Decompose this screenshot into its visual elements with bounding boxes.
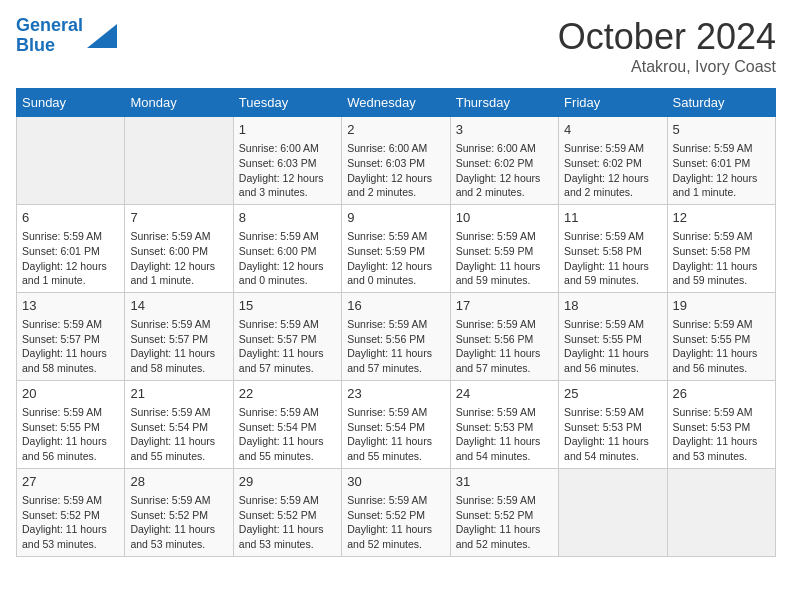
calendar-cell — [125, 117, 233, 205]
calendar-cell: 17Sunrise: 5:59 AMSunset: 5:56 PMDayligh… — [450, 292, 558, 380]
cell-info-line: Sunset: 5:55 PM — [673, 332, 770, 347]
cell-info-line: Daylight: 11 hours and 58 minutes. — [130, 346, 227, 375]
cell-info-line: Sunset: 5:54 PM — [347, 420, 444, 435]
cell-info-line: Sunset: 6:02 PM — [456, 156, 553, 171]
day-number: 30 — [347, 473, 444, 491]
header-day-monday: Monday — [125, 89, 233, 117]
month-title: October 2024 — [558, 16, 776, 58]
day-number: 1 — [239, 121, 336, 139]
cell-info-line: Sunset: 5:52 PM — [347, 508, 444, 523]
cell-info-line: Sunrise: 5:59 AM — [564, 141, 661, 156]
calendar-cell: 5Sunrise: 5:59 AMSunset: 6:01 PMDaylight… — [667, 117, 775, 205]
calendar-cell: 31Sunrise: 5:59 AMSunset: 5:52 PMDayligh… — [450, 468, 558, 556]
day-number: 19 — [673, 297, 770, 315]
title-block: October 2024 Atakrou, Ivory Coast — [558, 16, 776, 76]
cell-info-line: Sunset: 5:59 PM — [456, 244, 553, 259]
cell-info-line: Sunrise: 5:59 AM — [673, 317, 770, 332]
cell-info-line: Daylight: 11 hours and 59 minutes. — [456, 259, 553, 288]
cell-info-line: Daylight: 11 hours and 57 minutes. — [347, 346, 444, 375]
cell-info-line: Sunrise: 5:59 AM — [673, 229, 770, 244]
logo: General Blue — [16, 16, 117, 56]
cell-info-line: Daylight: 11 hours and 54 minutes. — [564, 434, 661, 463]
header-day-saturday: Saturday — [667, 89, 775, 117]
header-row: SundayMondayTuesdayWednesdayThursdayFrid… — [17, 89, 776, 117]
cell-info-line: Sunset: 6:01 PM — [673, 156, 770, 171]
calendar-cell: 10Sunrise: 5:59 AMSunset: 5:59 PMDayligh… — [450, 204, 558, 292]
cell-info-line: Sunrise: 5:59 AM — [456, 493, 553, 508]
cell-info-line: Daylight: 12 hours and 2 minutes. — [456, 171, 553, 200]
cell-info-line: Sunset: 5:55 PM — [22, 420, 119, 435]
cell-info-line: Sunset: 5:52 PM — [22, 508, 119, 523]
cell-info-line: Daylight: 11 hours and 53 minutes. — [673, 434, 770, 463]
logo-icon — [87, 24, 117, 48]
calendar-cell: 27Sunrise: 5:59 AMSunset: 5:52 PMDayligh… — [17, 468, 125, 556]
calendar-cell: 4Sunrise: 5:59 AMSunset: 6:02 PMDaylight… — [559, 117, 667, 205]
cell-info-line: Sunrise: 5:59 AM — [239, 405, 336, 420]
cell-info-line: Sunset: 6:00 PM — [239, 244, 336, 259]
calendar-cell: 28Sunrise: 5:59 AMSunset: 5:52 PMDayligh… — [125, 468, 233, 556]
logo-text: General Blue — [16, 16, 83, 56]
cell-info-line: Sunrise: 5:59 AM — [564, 405, 661, 420]
cell-info-line: Sunset: 5:57 PM — [22, 332, 119, 347]
cell-info-line: Sunrise: 5:59 AM — [22, 405, 119, 420]
day-number: 14 — [130, 297, 227, 315]
cell-info-line: Daylight: 11 hours and 53 minutes. — [130, 522, 227, 551]
calendar-cell: 9Sunrise: 5:59 AMSunset: 5:59 PMDaylight… — [342, 204, 450, 292]
logo-line2: Blue — [16, 35, 55, 55]
header-day-thursday: Thursday — [450, 89, 558, 117]
day-number: 4 — [564, 121, 661, 139]
page-header: General Blue October 2024 Atakrou, Ivory… — [16, 16, 776, 76]
calendar-cell: 11Sunrise: 5:59 AMSunset: 5:58 PMDayligh… — [559, 204, 667, 292]
cell-info-line: Daylight: 11 hours and 55 minutes. — [347, 434, 444, 463]
week-row-2: 6Sunrise: 5:59 AMSunset: 6:01 PMDaylight… — [17, 204, 776, 292]
day-number: 7 — [130, 209, 227, 227]
day-number: 11 — [564, 209, 661, 227]
cell-info-line: Sunrise: 5:59 AM — [22, 493, 119, 508]
header-day-sunday: Sunday — [17, 89, 125, 117]
day-number: 22 — [239, 385, 336, 403]
cell-info-line: Sunrise: 5:59 AM — [673, 141, 770, 156]
cell-info-line: Sunset: 5:56 PM — [456, 332, 553, 347]
calendar-cell: 1Sunrise: 6:00 AMSunset: 6:03 PMDaylight… — [233, 117, 341, 205]
cell-info-line: Daylight: 11 hours and 57 minutes. — [239, 346, 336, 375]
cell-info-line: Daylight: 11 hours and 52 minutes. — [347, 522, 444, 551]
cell-info-line: Sunset: 5:56 PM — [347, 332, 444, 347]
cell-info-line: Daylight: 12 hours and 3 minutes. — [239, 171, 336, 200]
day-number: 31 — [456, 473, 553, 491]
day-number: 10 — [456, 209, 553, 227]
cell-info-line: Daylight: 12 hours and 2 minutes. — [564, 171, 661, 200]
cell-info-line: Daylight: 12 hours and 1 minute. — [130, 259, 227, 288]
cell-info-line: Sunrise: 5:59 AM — [22, 229, 119, 244]
calendar-cell — [559, 468, 667, 556]
cell-info-line: Sunset: 5:52 PM — [130, 508, 227, 523]
cell-info-line: Sunset: 5:52 PM — [456, 508, 553, 523]
day-number: 6 — [22, 209, 119, 227]
cell-info-line: Daylight: 11 hours and 58 minutes. — [22, 346, 119, 375]
calendar-cell: 22Sunrise: 5:59 AMSunset: 5:54 PMDayligh… — [233, 380, 341, 468]
week-row-1: 1Sunrise: 6:00 AMSunset: 6:03 PMDaylight… — [17, 117, 776, 205]
cell-info-line: Sunset: 5:52 PM — [239, 508, 336, 523]
day-number: 3 — [456, 121, 553, 139]
cell-info-line: Sunset: 6:02 PM — [564, 156, 661, 171]
cell-info-line: Daylight: 11 hours and 56 minutes. — [22, 434, 119, 463]
day-number: 5 — [673, 121, 770, 139]
cell-info-line: Daylight: 11 hours and 56 minutes. — [564, 346, 661, 375]
day-number: 9 — [347, 209, 444, 227]
calendar-cell: 26Sunrise: 5:59 AMSunset: 5:53 PMDayligh… — [667, 380, 775, 468]
calendar-cell: 25Sunrise: 5:59 AMSunset: 5:53 PMDayligh… — [559, 380, 667, 468]
cell-info-line: Daylight: 11 hours and 53 minutes. — [22, 522, 119, 551]
cell-info-line: Daylight: 12 hours and 0 minutes. — [239, 259, 336, 288]
week-row-4: 20Sunrise: 5:59 AMSunset: 5:55 PMDayligh… — [17, 380, 776, 468]
week-row-3: 13Sunrise: 5:59 AMSunset: 5:57 PMDayligh… — [17, 292, 776, 380]
calendar-cell: 7Sunrise: 5:59 AMSunset: 6:00 PMDaylight… — [125, 204, 233, 292]
cell-info-line: Sunrise: 5:59 AM — [239, 229, 336, 244]
day-number: 13 — [22, 297, 119, 315]
day-number: 8 — [239, 209, 336, 227]
cell-info-line: Daylight: 11 hours and 55 minutes. — [239, 434, 336, 463]
cell-info-line: Sunset: 5:57 PM — [130, 332, 227, 347]
day-number: 29 — [239, 473, 336, 491]
cell-info-line: Sunset: 5:58 PM — [673, 244, 770, 259]
cell-info-line: Sunrise: 5:59 AM — [239, 317, 336, 332]
calendar-cell: 13Sunrise: 5:59 AMSunset: 5:57 PMDayligh… — [17, 292, 125, 380]
day-number: 2 — [347, 121, 444, 139]
